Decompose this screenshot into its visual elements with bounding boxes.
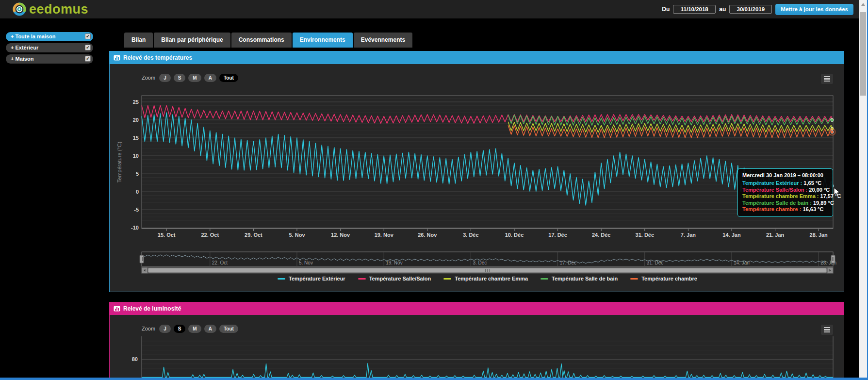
y-tick-label: 0 [136,189,139,195]
panel-temperature: Relevé des températures ZoomJSMATout 252… [109,51,844,292]
x-tick-label: 31. Déc [636,232,655,238]
sidebar-item-label: + Toute la maison [6,33,55,39]
legend-item-temperature-exterieur[interactable]: Température Extérieur [278,276,345,281]
x-tick-label: 26. Nov [418,232,437,238]
tab-consommations[interactable]: Consommations [231,33,292,48]
legend-label: Température Salle de bain [552,276,618,281]
series-luminosite[interactable] [142,363,833,377]
x-tick-label: 14. Jan [722,232,741,238]
x-tick-label: 22. Oct [201,232,219,238]
x-tick-label: 17. Déc [548,232,567,238]
logo[interactable]: eedomus [13,2,88,17]
tab-ev-vennements[interactable]: Evévennements [354,33,412,48]
legend-label: Température Salle/Salon [369,276,431,281]
panel-temperature-title: Relevé des températures [123,54,192,61]
vertical-scrollbar[interactable] [859,0,867,380]
scrollbar-thumb[interactable] [860,12,866,96]
y-tick-label: 5 [136,171,139,177]
x-tick-label: 12. Nov [331,232,350,238]
navigator-handle-left[interactable] [140,255,144,263]
tab-environnements[interactable]: Environnements [293,33,353,48]
eedomus-logo-icon [13,2,26,16]
sidebar-item-label: + Extérieur [6,45,38,50]
legend-label: Température Extérieur [289,276,345,281]
series-temperature-exterieur[interactable] [142,113,833,205]
date-to-input[interactable] [729,5,772,14]
y-tick-label: 10 [133,153,139,159]
x-tick-label: 3. Déc [463,232,478,238]
legend-label: Température chambre [641,276,697,281]
x-tick-label: 19. Nov [375,232,394,238]
screen: eedomus Du au Mettre à jour les données … [0,0,868,380]
scrollbar-up-arrow-icon[interactable] [861,3,865,6]
mouse-cursor [834,187,840,197]
legend-dash [540,278,548,280]
chart-tooltip: Mercredi 30 Jan 2019 – 08:00:00 Températ… [737,168,833,217]
legend-dash [443,278,451,280]
series-temperature-salle-salon[interactable] [142,105,833,123]
y-tick-label: 20 [133,117,139,123]
date-to-label: au [719,6,726,13]
update-data-button[interactable]: Mettre à jour les données [775,4,853,15]
date-from-input[interactable] [673,5,716,14]
panel-luminosity-header: Relevé de luminosité [110,302,844,315]
y-tick-label: -10 [131,225,139,231]
sidebar-item-extérieur[interactable]: + Extérieur✔ [6,43,93,52]
tooltip-row: Température Salle/Salon : 20,00 °C [742,187,828,194]
panel-luminosity: Relevé de luminosité ZoomJSMATout 80 [109,302,844,380]
chart-icon [114,306,120,312]
logo-text: eedomus [29,2,88,17]
panel-luminosity-title: Relevé de luminosité [123,305,181,312]
x-tick-label: 15. Oct [158,232,176,238]
legend-dash [630,278,638,280]
x-tick-label: 24. Déc [592,232,611,238]
legend-label: Température chambre Emma [455,276,528,281]
navigator-tick-label: 22. Oct [212,260,228,265]
y-tick-label: -5 [134,207,139,213]
temperature-chart[interactable]: 2520151050-5-10Température (°C)15. Oct22… [110,64,844,292]
tab-bilan[interactable]: Bilan [124,33,153,48]
date-range-controls: Du au Mettre à jour les données [662,0,853,18]
navigator-handle-right[interactable] [831,255,835,263]
x-tick-label: 10. Déc [505,232,524,238]
sidebar-item-toutelamaison[interactable]: + Toute la maison✔ [6,32,93,41]
navigator-tick-label: 19. Nov [386,260,402,265]
hover-marker-temperature-chambre [831,131,834,133]
navigator-tick-label: 3. Déc [473,260,487,265]
x-tick-label: 29. Oct [245,232,262,238]
legend-item-temperature-chambre[interactable]: Température chambre [630,276,697,281]
tooltip-title: Mercredi 30 Jan 2019 – 08:00:00 [742,172,828,178]
luminosity-chart[interactable]: 80 [110,315,844,380]
legend-item-temperature-salle-de-bain[interactable]: Température Salle de bain [540,276,618,281]
y-axis-title: Température (°C) [116,142,122,182]
legend-item-temperature-chambre-emma[interactable]: Température chambre Emma [443,276,528,281]
window-border-bottom [0,378,868,380]
navigator-tick-label: 5. Nov [299,260,313,265]
temperature-chart-area: ZoomJSMATout 2520151050-5-10Température … [110,64,844,292]
chart-legend: Température ExtérieurTempérature Salle/S… [142,276,833,281]
tooltip-row: Température chambre : 16,63 °C [742,206,828,213]
chart-icon [114,55,120,61]
sidebar-item-maison[interactable]: + Maison✔ [6,54,93,64]
legend-item-temperature-salle-salon[interactable]: Température Salle/Salon [358,276,431,281]
x-tick-label: 28. Jan [810,232,828,238]
hover-marker-temperature-salle-de-bain [831,119,834,122]
y-tick-label: 80 [132,356,138,362]
sidebar-item-checkbox[interactable]: ✔ [85,45,91,50]
x-tick-label: 21. Jan [766,232,785,238]
y-tick-label: 15 [133,135,139,141]
tooltip-row: Température Extérieur : 1,65 °C [742,180,828,187]
x-tick-label: 7. Jan [681,232,696,238]
sidebar-item-checkbox[interactable]: ✔ [85,33,91,39]
tooltip-row: Température Salle de bain : 19,89 °C [742,200,828,207]
sidebar-item-checkbox[interactable]: ✔ [85,56,91,62]
sidebar-item-label: + Maison [6,56,33,62]
tab-bilan-par-p-riph-rique[interactable]: Bilan par périphérique [154,33,230,48]
luminosity-chart-area: ZoomJSMATout 80 [110,315,844,380]
navigator[interactable] [142,252,833,266]
tab-bar: BilanBilan par périphériqueConsommations… [124,33,412,48]
legend-dash [358,278,366,280]
topbar: eedomus Du au Mettre à jour les données [0,0,868,18]
x-tick-label: 5. Nov [289,232,305,238]
tooltip-row: Température chambre Emma : 17,57 °C [742,193,828,200]
